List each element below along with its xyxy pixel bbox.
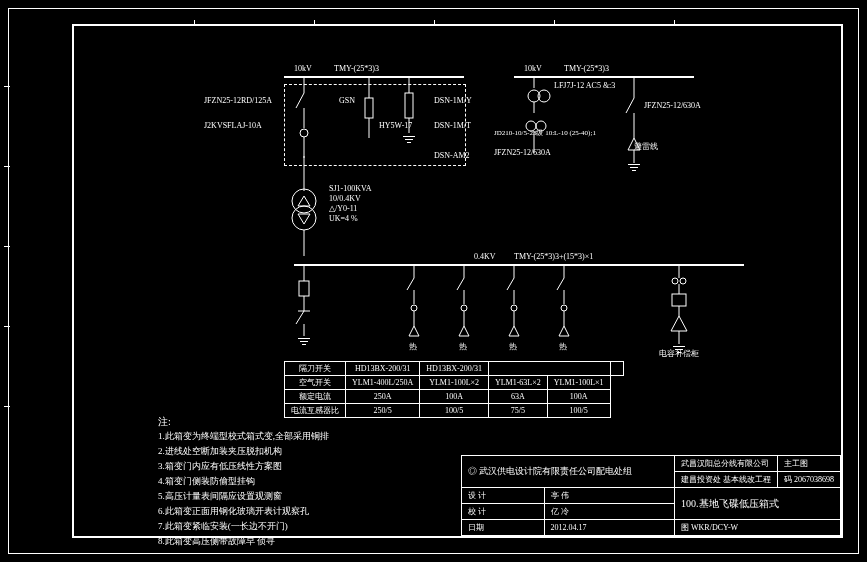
company-right: 武昌汉阳总分线有限公司 [675,456,778,472]
breaker-3-symbol [624,78,644,168]
xfmr-uk: UK=4 % [329,214,358,223]
date-lbl: 日期 [462,520,545,536]
spec-cell [610,362,623,376]
capacitor-symbol [664,266,694,351]
spec-cell [488,362,610,376]
spec-cell: 250A [346,390,420,404]
svg-line-19 [626,98,634,113]
svg-marker-52 [509,326,519,336]
note-2: 2.进线处空断加装夹压脱扣机构 [158,444,329,459]
fuse-1-label: J2KVSFLAJ-10A [204,121,262,130]
svg-line-48 [507,278,514,290]
svg-line-42 [457,278,464,290]
spec-cell: 额定电流 [285,390,346,404]
spec-cell: 63A [488,390,547,404]
xfmr-model: SJ1-100KVA [329,184,372,193]
spec-cell: YLM1-400L/250A [346,376,420,390]
reviewer: 亿 冷 [544,504,674,520]
spec-cell: 100A [547,390,610,404]
title-block: ◎ 武汉供电设计院有限责任公司配电处组 武昌汉阳总分线有限公司 主工图 建昌投资… [461,455,841,536]
outlet-1: 热 [409,341,417,352]
svg-point-56 [561,305,567,311]
spec-cell: 隔刀开关 [285,362,346,376]
note-5: 5.高压计量表间隔应设置观测窗 [158,489,329,504]
svg-line-33 [296,311,304,324]
bilei-label: 避雷线 [634,141,658,152]
schematic-diagram: 10kV TMY-(25*3)3 10kV TMY-(25*3)3 JFZN25… [164,66,801,496]
xfmr-conn: △/Y0-11 [329,204,357,213]
code: 码 2067038698 [778,472,841,488]
note-3: 3.箱变门内应有低压线性方案图 [158,459,329,474]
svg-marker-65 [671,316,687,331]
svg-line-54 [557,278,564,290]
svg-point-25 [292,206,316,230]
outlet-2: 热 [459,341,467,352]
spec-cell: 100/5 [547,404,610,418]
xfmr-ratio: 10/0.4KV [329,194,361,203]
outlet-4: 热 [559,341,567,352]
main-drawing: 主工图 [778,456,841,472]
note-4: 4.箱变门侧装防偷型挂钩 [158,474,329,489]
svg-marker-58 [559,326,569,336]
notes-block: 注: 1.此箱变为终端型校式箱式变,全部采用铜排 2.进线处空断加装夹压脱扣机构… [158,414,329,490]
company-logo-icon: ◎ [468,466,479,476]
lv-feeders [404,266,604,346]
breaker-2-label: JFZN25-12/630A [494,148,551,157]
svg-marker-46 [459,326,469,336]
svg-point-60 [672,278,678,284]
note-7: 7.此箱变紧临安装(一长边不开门) [158,519,329,534]
transformer-symbol [284,186,324,256]
bus-04kv-spec: TMY-(25*3)3+(15*3)×1 [514,252,593,261]
spec-table: 隔刀开关HD13BX-200/31HD13BX-200/31空气开关YLM1-4… [284,361,624,418]
breaker-1-label: JFZN25-12RD/125A [204,96,272,105]
bus-10kv-right-spec: TMY-(25*3)3 [564,64,609,73]
svg-marker-26 [298,196,310,206]
designed-lbl: 设 计 [462,488,545,504]
subcompany: 建昌投资处 基本线改工程 [675,472,778,488]
svg-point-61 [680,278,686,284]
lv-incoming-switch [294,266,314,336]
note-8: 8.此箱变高压侧带故障早 侦寻 [158,534,329,549]
company-left: 武汉供电设计院有限责任公司配电处组 [479,466,632,476]
project-name: 100.基地飞碟低压箱式 [675,488,841,520]
svg-line-36 [407,278,414,290]
reviewed-lbl: 校 计 [462,504,545,520]
drawing-no: 图 WKR/DCY-W [675,520,841,536]
svg-point-38 [411,305,417,311]
breaker-3-label: JFZN25-12/630A [644,101,701,110]
jd-label: JD210-10/5-23级 10:L-10 (25-40);1 [494,129,596,138]
spec-cell: HD13BX-200/31 [420,362,489,376]
spec-cell: 250/5 [346,404,420,418]
inner-frame: 10kV TMY-(25*3)3 10kV TMY-(25*3)3 JFZN25… [72,24,843,538]
note-1: 1.此箱变为终端型校式箱式变,全部采用铜排 [158,429,329,444]
date-val: 2012.04.17 [544,520,674,536]
designer: 亭 伟 [544,488,674,504]
svg-marker-27 [298,214,310,224]
bus-10kv-right-voltage: 10kV [524,64,542,73]
svg-rect-30 [299,281,309,296]
spec-cell: YLM1-100L×2 [420,376,489,390]
spec-cell: YLM1-100L×1 [547,376,610,390]
bus-10kv-left-voltage: 10kV [294,64,312,73]
cad-page: 10kV TMY-(25*3)3 10kV TMY-(25*3)3 JFZN25… [0,0,867,562]
svg-rect-63 [672,294,686,306]
svg-point-44 [461,305,467,311]
outlet-3: 热 [509,341,517,352]
note-6: 6.此箱变正面用钢化玻璃开表计观察孔 [158,504,329,519]
spec-cell: 100/5 [420,404,489,418]
bus-10kv-left-spec: TMY-(25*3)3 [334,64,379,73]
lfjj-label: LFJ7J-12 AC5 &:3 [554,81,615,90]
spec-cell: 100A [420,390,489,404]
svg-marker-40 [409,326,419,336]
spec-cell: 75/5 [488,404,547,418]
spec-cell: 空气开关 [285,376,346,390]
bus-04kv-voltage: 0.4KV [474,252,496,261]
notes-title: 注: [158,414,329,429]
hv-cabinet-outline [284,84,466,166]
svg-point-50 [511,305,517,311]
spec-cell: HD13BX-200/31 [346,362,420,376]
spec-cell: YLM1-63L×2 [488,376,547,390]
